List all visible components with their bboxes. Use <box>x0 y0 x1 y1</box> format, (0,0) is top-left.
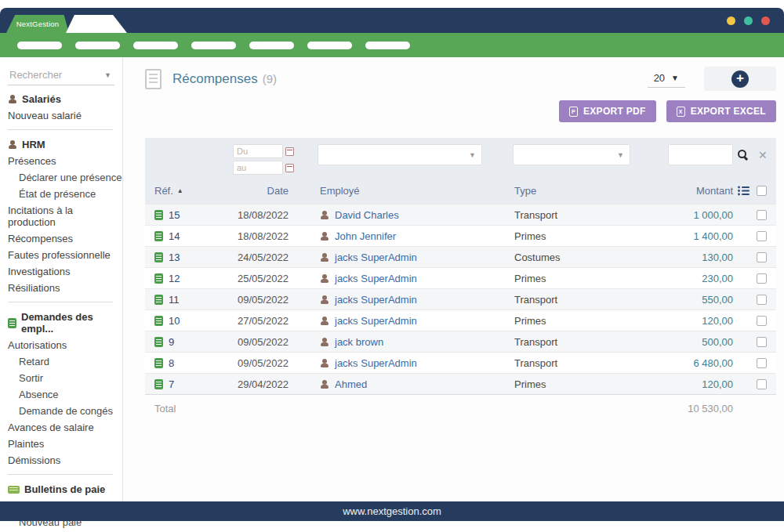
column-header-amount[interactable]: Montant <box>659 185 737 197</box>
page: NextGestion Rechercher ▼ SalariésNouveau… <box>0 0 784 532</box>
sidebar-item-fautes-professionnelle[interactable]: Fautes professionnelle <box>8 247 122 263</box>
sidebar-item-salaries[interactable]: Salariés <box>8 90 122 107</box>
brand-tab[interactable]: NextGestion <box>6 15 69 33</box>
employee-link[interactable]: jacks SuperAdmin <box>335 252 417 263</box>
nav-pill-4[interactable] <box>191 42 236 49</box>
sidebar-item-incitations-a-la-production[interactable]: Incitations à la production <box>8 202 122 230</box>
amount-cell: 130,00 <box>659 252 737 263</box>
employee-filter-select[interactable]: ▼ <box>318 144 482 165</box>
nav-pill-7[interactable] <box>365 42 410 49</box>
column-header-employee[interactable]: Employé <box>306 185 508 197</box>
sidebar-item-avances-de-salaire[interactable]: Avances de salaire <box>8 419 122 436</box>
amount-cell: 230,00 <box>659 273 737 284</box>
chevron-down-icon: ▼ <box>469 151 476 159</box>
employee-link[interactable]: Ahmed <box>335 378 367 390</box>
user-icon <box>8 140 17 149</box>
ref-link[interactable]: 10 <box>169 315 180 327</box>
nav-pill-5[interactable] <box>249 42 294 49</box>
ref-link[interactable]: 12 <box>169 273 180 284</box>
row-checkbox[interactable] <box>757 295 767 305</box>
sidebar-item-label: Incitations à la production <box>8 204 73 228</box>
sidebar-item-resiliations[interactable]: Résiliations <box>8 280 122 296</box>
date-from-input[interactable] <box>233 144 283 158</box>
row-checkbox[interactable] <box>757 316 767 326</box>
sidebar-item-retard[interactable]: Retard <box>8 353 122 370</box>
employee-cell: jacks SuperAdmin <box>306 273 508 284</box>
type-filter-select[interactable]: ▼ <box>513 144 630 165</box>
employee-link[interactable]: jacks SuperAdmin <box>335 294 417 306</box>
sidebar-search-select[interactable]: Rechercher ▼ <box>8 67 114 85</box>
sidebar-item-recompenses[interactable]: Récompenses <box>8 230 122 247</box>
sidebar-item-demissions[interactable]: Démissions <box>8 452 122 469</box>
ref-link[interactable]: 11 <box>169 294 180 306</box>
employee-link[interactable]: jacks SuperAdmin <box>335 273 417 284</box>
sidebar-item-absence[interactable]: Absence <box>8 386 122 403</box>
sidebar-item-plaintes[interactable]: Plaintes <box>8 436 122 452</box>
list-icon[interactable] <box>738 186 750 196</box>
column-header-ref[interactable]: Réf. ▲ <box>145 185 233 197</box>
row-checkbox[interactable] <box>757 231 767 241</box>
ref-link[interactable]: 7 <box>169 378 174 390</box>
employee-link[interactable]: jack brown <box>335 336 383 348</box>
table-row: 1418/08/2022John JenniferPrimes1 400,00 <box>145 225 776 246</box>
add-record-button[interactable]: + <box>704 67 776 91</box>
employee-cell: jack brown <box>306 336 508 348</box>
row-checkbox[interactable] <box>757 273 767 284</box>
sidebar-item-hrm[interactable]: HRM <box>8 136 122 153</box>
secondary-tab[interactable] <box>66 15 127 33</box>
date-to-input[interactable] <box>233 161 283 175</box>
row-checkbox[interactable] <box>757 210 767 220</box>
close-button[interactable] <box>761 16 770 25</box>
page-size-select[interactable]: 20 ▼ <box>648 70 685 88</box>
document-icon <box>154 295 163 305</box>
calendar-icon[interactable] <box>285 147 294 156</box>
ref-link[interactable]: 15 <box>169 209 180 221</box>
export-pdf-button[interactable]: P EXPORT PDF <box>559 100 656 122</box>
column-header-date[interactable]: Date <box>233 185 306 197</box>
ref-link[interactable]: 14 <box>169 230 180 242</box>
ref-link[interactable]: 13 <box>169 252 180 263</box>
employee-link[interactable]: David Charles <box>335 209 399 221</box>
row-actions <box>737 210 776 220</box>
ref-link[interactable]: 8 <box>169 357 174 369</box>
nav-pill-6[interactable] <box>307 42 352 49</box>
sidebar-item-label: État de présence <box>19 188 96 200</box>
sidebar-divider <box>8 129 113 130</box>
clear-filter-icon[interactable]: ✕ <box>758 150 768 161</box>
sidebar-item-sortir[interactable]: Sortir <box>8 370 122 386</box>
filter-actions: ✕ <box>737 144 777 165</box>
row-checkbox[interactable] <box>757 358 767 368</box>
export-excel-button[interactable]: X EXPORT EXCEL <box>666 100 776 122</box>
sidebar-item-demande-de-conges[interactable]: Demande de congés <box>8 403 122 419</box>
nav-pill-1[interactable] <box>17 42 62 49</box>
sidebar-item-etat-de-presence[interactable]: État de présence <box>8 186 122 202</box>
nav-pill-3[interactable] <box>133 42 178 49</box>
row-checkbox[interactable] <box>757 379 767 389</box>
sidebar-item-nouveau-salarie[interactable]: Nouveau salarié <box>8 107 122 124</box>
sidebar-item-investigations[interactable]: Investigations <box>8 263 122 280</box>
row-actions <box>737 379 776 389</box>
sidebar-item-presences[interactable]: Présences <box>8 153 122 169</box>
ref-link[interactable]: 9 <box>169 336 174 348</box>
export-toolbar: P EXPORT PDF X EXPORT EXCEL <box>145 100 776 122</box>
sidebar-item-autorisations[interactable]: Autorisations <box>8 337 122 353</box>
row-checkbox[interactable] <box>757 252 767 262</box>
minimize-button[interactable] <box>727 16 735 25</box>
row-checkbox[interactable] <box>757 337 767 347</box>
sidebar-item-bulletins-de-paie[interactable]: Bulletins de paie <box>8 480 122 498</box>
column-header-row: Réf. ▲ Date Employé Type Montant <box>145 179 776 204</box>
column-header-type[interactable]: Type <box>508 185 659 197</box>
select-all-checkbox[interactable] <box>757 186 767 196</box>
search-icon[interactable] <box>737 149 749 161</box>
sidebar-item-demandes-des-empl[interactable]: Demandes des empl... <box>8 308 122 337</box>
sidebar-item-declarer-une-presence[interactable]: Déclarer une présence <box>8 169 122 186</box>
amount-filter-input[interactable] <box>668 144 733 165</box>
employee-link[interactable]: jacks SuperAdmin <box>335 357 417 369</box>
table-row: 1109/05/2022jacks SuperAdminTransport550… <box>145 288 776 309</box>
nav-pill-2[interactable] <box>75 42 120 49</box>
employee-link[interactable]: John Jennifer <box>335 230 396 242</box>
maximize-button[interactable] <box>744 16 753 25</box>
calendar-icon[interactable] <box>285 164 294 172</box>
sidebar-item-label: Démissions <box>8 454 60 466</box>
employee-link[interactable]: jacks SuperAdmin <box>335 315 417 327</box>
